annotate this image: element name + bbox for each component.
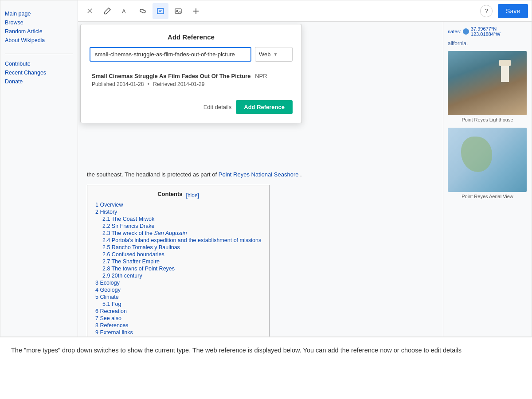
lighthouse-image-container: [448, 51, 527, 115]
sidebar-item-browse[interactable]: Browse: [5, 18, 73, 27]
meta-separator: •: [148, 81, 149, 87]
edit-details-button[interactable]: Edit details: [203, 104, 232, 110]
toolbar: ✕ A: [78, 0, 532, 22]
sidebar-item-random-article[interactable]: Random Article: [5, 27, 73, 36]
footer-description: The "more types" drop down switches to s…: [0, 337, 532, 364]
coords-prefix: nates:: [448, 29, 461, 34]
coordinate-icon: [463, 28, 469, 35]
plus-icon: [192, 7, 200, 15]
sidebar-item-contribute[interactable]: Contribute: [5, 59, 73, 68]
map-caption: Point Reyes Aerial View: [448, 194, 527, 199]
content-area: Add Reference Web ▼ Small Cinemas Strugg…: [78, 22, 532, 336]
reference-url-input[interactable]: [90, 47, 251, 62]
article-content: the southeast. The headland is protected…: [87, 168, 434, 336]
chevron-down-icon: ▼: [274, 52, 278, 57]
location-note: alifornia.: [448, 40, 527, 47]
toc-title: Contents: [157, 191, 182, 197]
add-reference-dialog: Add Reference Web ▼ Small Cinemas Strugg…: [80, 24, 302, 123]
toc-hide-button[interactable]: [hide]: [186, 192, 199, 199]
toc-item-2-5: 2.5 Rancho Tomales y Baulinas: [95, 244, 261, 250]
ref-title-text: Small Cinemas Struggle As Film Fades Out…: [92, 73, 251, 79]
article-paragraph: the southeast. The headland is protected…: [87, 170, 434, 180]
sidebar-contribute-section: Contribute Recent Changes Donate: [5, 59, 73, 86]
map-image: [448, 128, 527, 192]
toc-item-recreation: 6 Recreation: [95, 308, 261, 314]
reference-type-select[interactable]: Web ▼: [255, 47, 293, 62]
toc-item-2-8: 2.8 The towns of Point Reyes: [95, 266, 261, 272]
table-of-contents: Contents [hide] 1 Overview 2 History 2.1…: [87, 185, 270, 336]
toc-item-external-links: 9 External links: [95, 329, 261, 336]
reference-result: Small Cinemas Struggle As Film Fades Out…: [90, 68, 293, 92]
sidebar-item-about[interactable]: About Wikipedia: [5, 36, 73, 45]
toc-item-references: 8 References: [95, 322, 261, 329]
main-content: Add Reference Web ▼ Small Cinemas Strugg…: [78, 22, 443, 336]
toc-item-2-6: 2.6 Confused boundaries: [95, 251, 261, 258]
sidebar-item-main-page[interactable]: Main page: [5, 9, 73, 18]
image-icon: [174, 7, 182, 15]
coords-value: 37.99677°N 123.01884°W: [471, 26, 527, 37]
sidebar: Main page Browse Random Article About Wi…: [0, 0, 78, 336]
article-text-1: the southeast. The headland is protected…: [87, 171, 219, 178]
toc-header: Contents [hide]: [95, 191, 261, 201]
type-label: Web: [259, 51, 271, 58]
toc-item-climate: 5 Climate: [95, 294, 261, 300]
toc-item-2-3: 2.3 The wreck of the San Augustin: [95, 230, 261, 236]
right-sidebar: nates: 37.99677°N 123.01884°W alifornia.…: [443, 22, 532, 336]
toc-item-history: 2 History: [95, 209, 261, 215]
toc-item-2-4: 2.4 Portola's inland expedition and the …: [95, 237, 261, 243]
footer-description-text: The "more types" drop down switches to s…: [11, 347, 462, 354]
toc-item-see-also: 7 See also: [95, 315, 261, 321]
svg-text:A: A: [122, 8, 126, 15]
ref-source: NPR: [255, 73, 267, 79]
toc-item-2-2: 2.2 Sir Francis Drake: [95, 223, 261, 229]
close-button[interactable]: ✕: [82, 3, 98, 19]
image-icon-button[interactable]: [170, 3, 186, 19]
article-text-2: .: [300, 171, 302, 178]
ref-published: Published 2014-01-28: [92, 81, 144, 87]
add-reference-button[interactable]: Add Reference: [236, 100, 293, 114]
coordinates: nates: 37.99677°N 123.01884°W: [448, 26, 527, 37]
format-icon-button[interactable]: A: [117, 3, 133, 19]
lighthouse-caption: Point Reyes Lighthouse: [448, 117, 527, 122]
article-link-seashore[interactable]: Point Reyes National Seashore: [219, 171, 299, 178]
add-icon-button[interactable]: [188, 3, 204, 19]
link-icon-button[interactable]: [135, 3, 151, 19]
cite-icon-button[interactable]: [153, 3, 168, 19]
toc-item-ecology: 3 Ecology: [95, 280, 261, 286]
toc-item-2-1: 2.1 The Coast Miwok: [95, 216, 261, 222]
editor-area: ✕ A: [78, 0, 532, 336]
link-icon: [139, 7, 147, 15]
toc-item-5-1: 5.1 Fog: [95, 301, 261, 307]
svg-rect-4: [175, 9, 181, 13]
text-format-icon: A: [121, 7, 129, 15]
sidebar-main-section: Main page Browse Random Article About Wi…: [5, 9, 73, 45]
ref-retrieved: Retrieved 2014-01-29: [153, 81, 204, 87]
cite-icon: [156, 7, 164, 15]
edit-icon-button[interactable]: [99, 3, 115, 19]
ref-meta: Published 2014-01-28 • Retrieved 2014-01…: [92, 81, 290, 87]
save-button[interactable]: Save: [498, 4, 528, 18]
toc-item-2-9: 2.9 20th century: [95, 273, 261, 279]
sidebar-divider: [5, 54, 73, 54]
sidebar-item-recent-changes[interactable]: Recent Changes: [5, 68, 73, 77]
map-image-container: [448, 128, 527, 192]
dialog-buttons: Edit details Add Reference: [90, 98, 293, 114]
toc-item-2-7: 2.7 The Shafter Empire: [95, 258, 261, 265]
toc-item-overview: 1 Overview: [95, 202, 261, 208]
help-button[interactable]: ?: [480, 5, 493, 17]
svg-rect-1: [157, 8, 164, 14]
toc-item-geology: 4 Geology: [95, 287, 261, 293]
pencil-icon: [103, 7, 111, 15]
screenshot-area: Main page Browse Random Article About Wi…: [0, 0, 532, 337]
lighthouse-image: [448, 51, 527, 115]
dialog-input-row: Web ▼: [90, 47, 293, 62]
dialog-title: Add Reference: [90, 33, 293, 41]
sidebar-item-donate[interactable]: Donate: [5, 77, 73, 86]
